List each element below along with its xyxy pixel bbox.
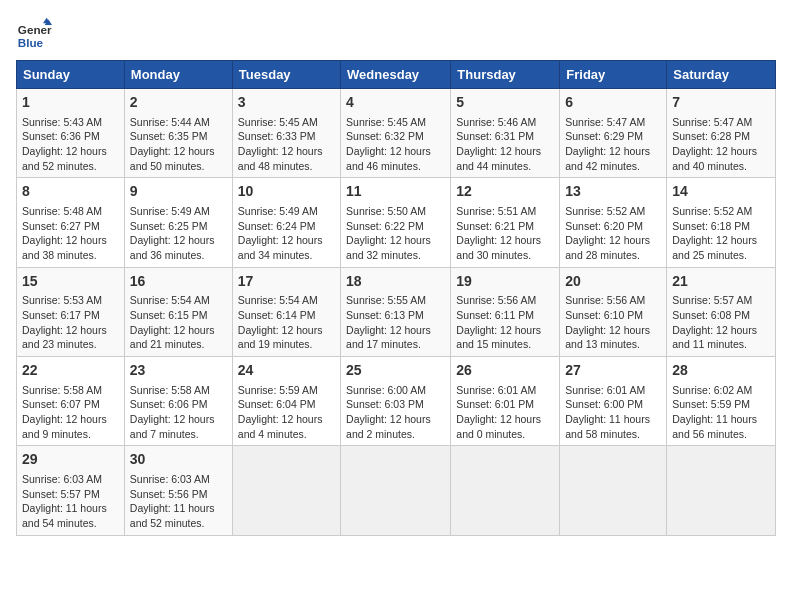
day-info: Sunrise: 5:58 AM Sunset: 6:06 PM Dayligh… xyxy=(130,383,227,442)
day-number: 19 xyxy=(456,272,554,292)
day-number: 25 xyxy=(346,361,445,381)
calendar-cell: 12Sunrise: 5:51 AM Sunset: 6:21 PM Dayli… xyxy=(451,178,560,267)
calendar-week-1: 1Sunrise: 5:43 AM Sunset: 6:36 PM Daylig… xyxy=(17,89,776,178)
calendar-cell: 28Sunrise: 6:02 AM Sunset: 5:59 PM Dayli… xyxy=(667,357,776,446)
day-info: Sunrise: 5:58 AM Sunset: 6:07 PM Dayligh… xyxy=(22,383,119,442)
calendar-cell: 11Sunrise: 5:50 AM Sunset: 6:22 PM Dayli… xyxy=(341,178,451,267)
weekday-header-sunday: Sunday xyxy=(17,61,125,89)
calendar-cell: 20Sunrise: 5:56 AM Sunset: 6:10 PM Dayli… xyxy=(560,267,667,356)
day-number: 27 xyxy=(565,361,661,381)
weekday-header-thursday: Thursday xyxy=(451,61,560,89)
day-number: 13 xyxy=(565,182,661,202)
day-info: Sunrise: 5:45 AM Sunset: 6:32 PM Dayligh… xyxy=(346,115,445,174)
day-number: 17 xyxy=(238,272,335,292)
calendar-cell: 22Sunrise: 5:58 AM Sunset: 6:07 PM Dayli… xyxy=(17,357,125,446)
calendar-cell: 24Sunrise: 5:59 AM Sunset: 6:04 PM Dayli… xyxy=(232,357,340,446)
day-number: 15 xyxy=(22,272,119,292)
day-number: 30 xyxy=(130,450,227,470)
day-info: Sunrise: 5:49 AM Sunset: 6:24 PM Dayligh… xyxy=(238,204,335,263)
day-number: 22 xyxy=(22,361,119,381)
weekday-header-saturday: Saturday xyxy=(667,61,776,89)
day-number: 26 xyxy=(456,361,554,381)
calendar-cell xyxy=(451,446,560,535)
calendar-cell xyxy=(232,446,340,535)
calendar-cell: 17Sunrise: 5:54 AM Sunset: 6:14 PM Dayli… xyxy=(232,267,340,356)
calendar-cell: 10Sunrise: 5:49 AM Sunset: 6:24 PM Dayli… xyxy=(232,178,340,267)
day-info: Sunrise: 5:55 AM Sunset: 6:13 PM Dayligh… xyxy=(346,293,445,352)
calendar-cell: 5Sunrise: 5:46 AM Sunset: 6:31 PM Daylig… xyxy=(451,89,560,178)
day-info: Sunrise: 5:45 AM Sunset: 6:33 PM Dayligh… xyxy=(238,115,335,174)
calendar-cell: 6Sunrise: 5:47 AM Sunset: 6:29 PM Daylig… xyxy=(560,89,667,178)
calendar-cell: 8Sunrise: 5:48 AM Sunset: 6:27 PM Daylig… xyxy=(17,178,125,267)
day-number: 21 xyxy=(672,272,770,292)
calendar-cell xyxy=(560,446,667,535)
day-info: Sunrise: 5:53 AM Sunset: 6:17 PM Dayligh… xyxy=(22,293,119,352)
day-info: Sunrise: 5:56 AM Sunset: 6:10 PM Dayligh… xyxy=(565,293,661,352)
calendar-cell: 18Sunrise: 5:55 AM Sunset: 6:13 PM Dayli… xyxy=(341,267,451,356)
calendar-cell: 14Sunrise: 5:52 AM Sunset: 6:18 PM Dayli… xyxy=(667,178,776,267)
weekday-header-wednesday: Wednesday xyxy=(341,61,451,89)
day-info: Sunrise: 5:59 AM Sunset: 6:04 PM Dayligh… xyxy=(238,383,335,442)
day-info: Sunrise: 5:49 AM Sunset: 6:25 PM Dayligh… xyxy=(130,204,227,263)
day-info: Sunrise: 5:46 AM Sunset: 6:31 PM Dayligh… xyxy=(456,115,554,174)
day-info: Sunrise: 5:51 AM Sunset: 6:21 PM Dayligh… xyxy=(456,204,554,263)
calendar-cell: 26Sunrise: 6:01 AM Sunset: 6:01 PM Dayli… xyxy=(451,357,560,446)
day-number: 9 xyxy=(130,182,227,202)
weekday-header-monday: Monday xyxy=(124,61,232,89)
calendar-week-2: 8Sunrise: 5:48 AM Sunset: 6:27 PM Daylig… xyxy=(17,178,776,267)
day-number: 6 xyxy=(565,93,661,113)
logo: General Blue xyxy=(16,16,56,52)
calendar-cell: 3Sunrise: 5:45 AM Sunset: 6:33 PM Daylig… xyxy=(232,89,340,178)
calendar-week-3: 15Sunrise: 5:53 AM Sunset: 6:17 PM Dayli… xyxy=(17,267,776,356)
day-number: 28 xyxy=(672,361,770,381)
day-info: Sunrise: 5:56 AM Sunset: 6:11 PM Dayligh… xyxy=(456,293,554,352)
calendar-cell: 9Sunrise: 5:49 AM Sunset: 6:25 PM Daylig… xyxy=(124,178,232,267)
day-number: 7 xyxy=(672,93,770,113)
day-number: 18 xyxy=(346,272,445,292)
day-number: 2 xyxy=(130,93,227,113)
calendar-cell: 27Sunrise: 6:01 AM Sunset: 6:00 PM Dayli… xyxy=(560,357,667,446)
day-number: 12 xyxy=(456,182,554,202)
calendar-cell: 25Sunrise: 6:00 AM Sunset: 6:03 PM Dayli… xyxy=(341,357,451,446)
day-info: Sunrise: 5:44 AM Sunset: 6:35 PM Dayligh… xyxy=(130,115,227,174)
day-number: 14 xyxy=(672,182,770,202)
day-number: 5 xyxy=(456,93,554,113)
day-number: 1 xyxy=(22,93,119,113)
calendar-cell xyxy=(667,446,776,535)
day-info: Sunrise: 6:02 AM Sunset: 5:59 PM Dayligh… xyxy=(672,383,770,442)
day-info: Sunrise: 5:54 AM Sunset: 6:15 PM Dayligh… xyxy=(130,293,227,352)
calendar-cell: 19Sunrise: 5:56 AM Sunset: 6:11 PM Dayli… xyxy=(451,267,560,356)
calendar-cell: 7Sunrise: 5:47 AM Sunset: 6:28 PM Daylig… xyxy=(667,89,776,178)
calendar-cell: 13Sunrise: 5:52 AM Sunset: 6:20 PM Dayli… xyxy=(560,178,667,267)
day-info: Sunrise: 5:43 AM Sunset: 6:36 PM Dayligh… xyxy=(22,115,119,174)
day-info: Sunrise: 6:01 AM Sunset: 6:01 PM Dayligh… xyxy=(456,383,554,442)
weekday-header-tuesday: Tuesday xyxy=(232,61,340,89)
day-number: 10 xyxy=(238,182,335,202)
day-number: 24 xyxy=(238,361,335,381)
day-info: Sunrise: 6:00 AM Sunset: 6:03 PM Dayligh… xyxy=(346,383,445,442)
day-info: Sunrise: 5:47 AM Sunset: 6:29 PM Dayligh… xyxy=(565,115,661,174)
svg-text:Blue: Blue xyxy=(18,36,44,49)
day-info: Sunrise: 5:50 AM Sunset: 6:22 PM Dayligh… xyxy=(346,204,445,263)
calendar-cell: 23Sunrise: 5:58 AM Sunset: 6:06 PM Dayli… xyxy=(124,357,232,446)
day-info: Sunrise: 6:03 AM Sunset: 5:56 PM Dayligh… xyxy=(130,472,227,531)
calendar-cell: 1Sunrise: 5:43 AM Sunset: 6:36 PM Daylig… xyxy=(17,89,125,178)
day-number: 8 xyxy=(22,182,119,202)
calendar-cell: 29Sunrise: 6:03 AM Sunset: 5:57 PM Dayli… xyxy=(17,446,125,535)
day-info: Sunrise: 6:03 AM Sunset: 5:57 PM Dayligh… xyxy=(22,472,119,531)
calendar-week-4: 22Sunrise: 5:58 AM Sunset: 6:07 PM Dayli… xyxy=(17,357,776,446)
day-number: 29 xyxy=(22,450,119,470)
day-info: Sunrise: 5:48 AM Sunset: 6:27 PM Dayligh… xyxy=(22,204,119,263)
day-info: Sunrise: 5:54 AM Sunset: 6:14 PM Dayligh… xyxy=(238,293,335,352)
calendar-cell: 21Sunrise: 5:57 AM Sunset: 6:08 PM Dayli… xyxy=(667,267,776,356)
calendar-cell: 30Sunrise: 6:03 AM Sunset: 5:56 PM Dayli… xyxy=(124,446,232,535)
calendar-cell xyxy=(341,446,451,535)
day-number: 20 xyxy=(565,272,661,292)
weekday-header-friday: Friday xyxy=(560,61,667,89)
day-info: Sunrise: 5:52 AM Sunset: 6:20 PM Dayligh… xyxy=(565,204,661,263)
calendar-header: SundayMondayTuesdayWednesdayThursdayFrid… xyxy=(17,61,776,89)
day-info: Sunrise: 5:52 AM Sunset: 6:18 PM Dayligh… xyxy=(672,204,770,263)
calendar-cell: 15Sunrise: 5:53 AM Sunset: 6:17 PM Dayli… xyxy=(17,267,125,356)
day-number: 11 xyxy=(346,182,445,202)
day-number: 23 xyxy=(130,361,227,381)
